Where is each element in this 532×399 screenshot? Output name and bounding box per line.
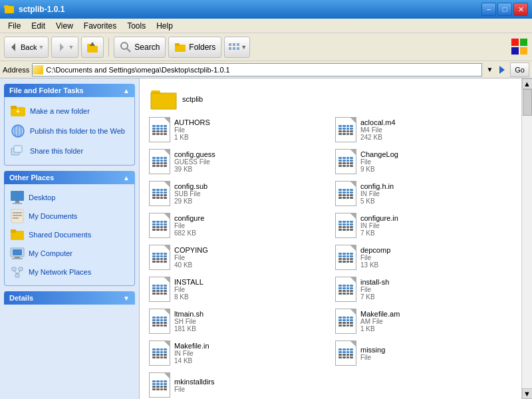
forward-dropdown-icon[interactable]: ▼ [68,44,74,51]
file-item[interactable]: ChangeLogFile9 KB [331,146,516,177]
go-button[interactable]: Go [510,63,529,77]
file-page-icon [149,181,170,206]
folders-button[interactable]: Folders [168,37,221,58]
share-folder-item[interactable]: Share this folder [10,141,129,161]
other-places-header[interactable]: Other Places ▲ [4,171,135,184]
file-name: config.sub [174,182,207,190]
view-icon [227,41,241,54]
menu-view[interactable]: View [51,20,78,32]
view-dropdown-icon[interactable]: ▼ [241,44,247,51]
file-type: IN File [360,222,398,229]
share-icon [10,143,26,159]
make-new-folder-item[interactable]: + Make a new folder [10,101,129,121]
my-computer-item[interactable]: My Computer [10,244,129,263]
menu-edit[interactable]: Edit [26,20,51,32]
search-button[interactable]: Search [114,37,166,58]
close-button[interactable]: ✕ [513,3,528,16]
file-folder-tasks-title: File and Folder Tasks [9,86,84,94]
make-new-folder-label: Make a new folder [30,107,90,115]
address-dropdown-icon[interactable]: ▼ [485,66,494,73]
publish-folder-item[interactable]: Publish this folder to the Web [10,121,129,141]
back-button[interactable]: Back ▼ [4,37,49,58]
file-size: 9 KB [360,166,398,173]
file-item[interactable]: install-shFile7 KB [331,274,516,305]
file-item[interactable]: AUTHORSFile1 KB [145,114,330,145]
file-item[interactable]: configure.inIN File7 KB [331,210,516,241]
svg-rect-42 [13,249,22,255]
file-folder-tasks-header[interactable]: File and Folder Tasks ▲ [4,84,135,97]
file-item[interactable]: config.guessGUESS File39 KB [145,146,330,177]
shared-documents-item[interactable]: Shared Documents [10,225,129,244]
toolbar-separator-1 [108,38,109,57]
file-item[interactable]: config.subSUB File29 KB [145,178,330,209]
back-label: Back [21,43,37,51]
file-type: File [360,254,390,261]
folders-label: Folders [189,43,215,52]
file-item[interactable]: configureFile682 KB [145,210,330,241]
maximize-button[interactable]: □ [497,3,512,16]
scroll-thumb[interactable] [523,89,532,116]
menu-help[interactable]: Help [151,20,178,32]
svg-rect-5 [87,46,98,53]
my-documents-label: My Documents [29,212,77,220]
forward-button[interactable]: ▼ [51,37,78,58]
file-name: ltmain.sh [174,310,203,318]
svg-rect-15 [229,47,231,50]
toolbar: Back ▼ ▼ Search Folders [0,33,532,61]
file-type: AM File [360,318,400,325]
file-size: 40 KB [174,261,208,269]
details-title: Details [9,294,33,302]
scroll-up-button[interactable]: ▲ [522,78,533,89]
svg-rect-46 [19,267,23,271]
file-panel: sctplib AUTHORSFile1 KBaclocal.m4M4 File… [140,78,521,399]
svg-line-49 [17,271,21,274]
back-dropdown-icon[interactable]: ▼ [38,44,44,51]
file-item[interactable]: INSTALLFile8 KB [145,274,330,305]
file-name: AUTHORS [174,118,210,126]
file-item[interactable]: Makefile.inIN File14 KB [145,338,330,368]
file-size: 1 KB [174,134,210,141]
file-item[interactable]: Makefile.amAM File1 KB [331,306,516,336]
svg-rect-34 [13,203,22,204]
window-controls[interactable]: − □ ✕ [481,3,528,16]
svg-rect-43 [15,257,20,258]
menu-file[interactable]: File [3,20,26,32]
file-item[interactable]: config.h.inIN File5 KB [331,178,516,209]
file-item[interactable]: ltmain.shSH File181 KB [145,306,330,336]
svg-rect-37 [13,215,22,216]
window-title: sctplib-1.0.1 [19,5,65,14]
address-input[interactable] [43,66,481,74]
file-type: IN File [360,190,394,198]
menu-tools[interactable]: Tools [122,20,151,32]
file-name: Makefile.in [174,342,209,350]
desktop-item[interactable]: Desktop [10,188,129,207]
scrollbar[interactable]: ▲ ▼ [521,78,532,399]
network-places-item[interactable]: My Network Places [10,263,129,281]
file-type: File [174,222,204,229]
svg-rect-31 [14,146,22,152]
file-page-icon [149,309,170,334]
address-folder-icon [33,65,43,74]
file-item[interactable]: missingFile [331,338,516,368]
details-header[interactable]: Details ▼ [4,291,135,305]
up-button[interactable] [81,37,104,58]
desktop-icon [10,190,25,205]
my-documents-item[interactable]: My Documents [10,207,129,225]
menu-favorites[interactable]: Favorites [78,20,122,32]
file-item[interactable]: mkinstalldirsFile [145,370,330,399]
file-item[interactable]: COPYINGFile40 KB [145,242,330,273]
svg-line-48 [14,271,17,274]
file-type: SUB File [174,190,207,198]
svg-text:+: + [16,108,20,115]
top-folder-item[interactable]: sctplib [145,84,516,114]
svg-rect-40 [11,229,16,233]
minimize-button[interactable]: − [481,3,496,16]
address-bar: Address ▼ Go [0,61,532,78]
search-icon [120,41,132,53]
file-grid: AUTHORSFile1 KBaclocal.m4M4 File242 KBco… [145,114,516,399]
view-button[interactable]: ▼ [224,37,250,58]
address-input-wrap [32,63,482,76]
file-item[interactable]: aclocal.m4M4 File242 KB [331,114,516,145]
file-item[interactable]: depcompFile13 KB [331,242,516,273]
scroll-down-button[interactable]: ▼ [522,388,533,399]
